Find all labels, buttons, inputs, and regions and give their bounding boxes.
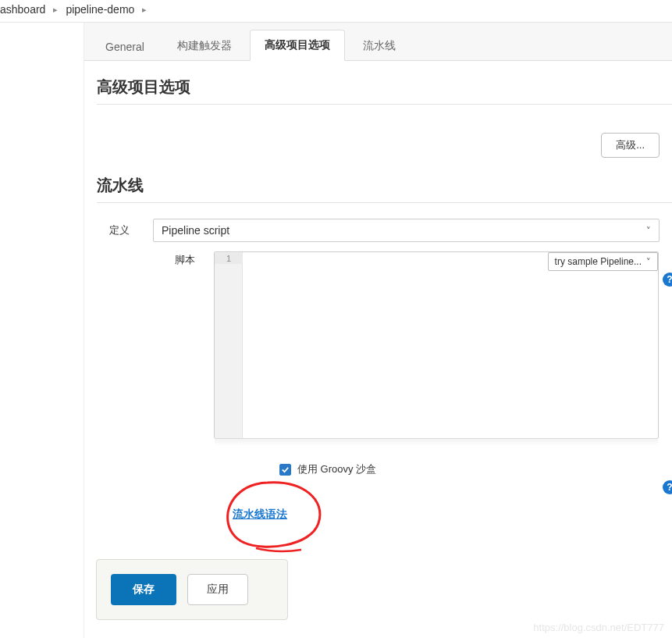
sample-pipeline-dropdown[interactable]: try sample Pipeline... ˅ [548, 252, 658, 271]
advanced-section-title: 高级项目选项 [97, 77, 672, 105]
tab-general[interactable]: General [91, 32, 159, 61]
script-editor[interactable]: 1 try sample Pipeline... ˅ [214, 251, 659, 439]
editor-gutter: 1 [215, 252, 243, 438]
definition-value: Pipeline script [162, 224, 229, 237]
sidebar-gutter [0, 23, 84, 638]
chevron-down-icon: ˅ [646, 226, 651, 236]
save-footer: 保存 应用 [96, 559, 288, 620]
breadcrumb-item-dashboard[interactable]: ashboard [0, 3, 45, 16]
check-icon [281, 465, 290, 474]
script-label: 脚本 [175, 251, 200, 439]
sample-pipeline-label: try sample Pipeline... [555, 256, 642, 267]
breadcrumb: ashboard ▸ pipeline-demo ▸ [0, 0, 672, 23]
editor-shadow [215, 438, 658, 446]
apply-button[interactable]: 应用 [187, 574, 248, 605]
save-button[interactable]: 保存 [111, 574, 176, 605]
pipeline-section-title: 流水线 [97, 175, 672, 203]
tab-pipeline[interactable]: 流水线 [348, 30, 411, 61]
help-icon[interactable]: ? [663, 273, 672, 287]
pipeline-syntax-link[interactable]: 流水线语法 [233, 508, 287, 520]
groovy-sandbox-label: 使用 Groovy 沙盒 [297, 462, 376, 476]
chevron-right-icon: ▸ [53, 5, 58, 15]
definition-select[interactable]: Pipeline script ˅ [153, 219, 660, 242]
advanced-button[interactable]: 高级... [601, 133, 660, 158]
tab-triggers[interactable]: 构建触发器 [162, 30, 247, 61]
definition-label: 定义 [109, 219, 136, 242]
breadcrumb-item-pipeline[interactable]: pipeline-demo [66, 3, 134, 16]
tab-advanced[interactable]: 高级项目选项 [250, 30, 345, 61]
groovy-sandbox-checkbox[interactable] [279, 464, 291, 476]
chevron-right-icon: ▸ [142, 5, 147, 15]
config-tabs: General 构建触发器 高级项目选项 流水线 [84, 23, 672, 61]
chevron-down-icon: ˅ [646, 257, 651, 267]
line-number: 1 [215, 253, 243, 264]
